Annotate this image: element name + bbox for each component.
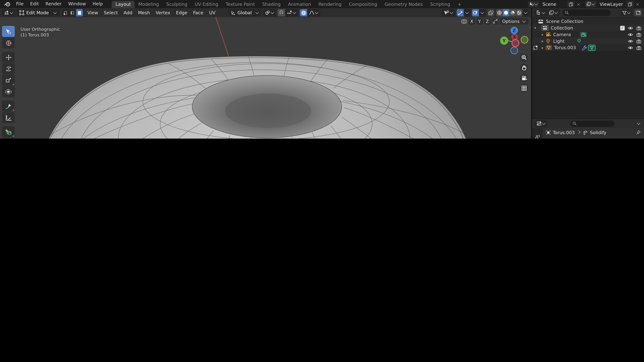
snap-toggle[interactable] — [278, 9, 285, 16]
viewlayer-remove-icon[interactable]: × — [634, 1, 642, 7]
scene-selector[interactable]: Scene × — [528, 1, 582, 7]
tool-scale[interactable] — [2, 75, 15, 86]
editor-type-button[interactable] — [2, 9, 15, 16]
menu-edge[interactable]: Edge — [173, 10, 190, 15]
menu-add[interactable]: Add — [121, 10, 135, 15]
outliner-filter-button[interactable] — [620, 9, 632, 16]
navigation-gizmo[interactable]: X Z Y — [500, 25, 530, 57]
face-select-mode[interactable] — [76, 9, 83, 16]
hide-eye-icon[interactable] — [628, 26, 634, 30]
tab-shading[interactable]: Shading — [259, 1, 284, 8]
tab-animation[interactable]: Animation — [284, 1, 315, 8]
menu-uv[interactable]: UV — [206, 10, 218, 15]
shading-solid-button[interactable] — [503, 9, 509, 16]
tool-cursor[interactable] — [2, 37, 15, 48]
menu-render[interactable]: Render — [42, 0, 65, 8]
hide-eye-icon[interactable] — [628, 39, 634, 43]
tab-layout[interactable]: Layout — [112, 1, 134, 8]
pin-icon[interactable] — [636, 130, 641, 135]
properties-editor-type-button[interactable] — [535, 120, 548, 127]
snap-settings-dropdown[interactable] — [285, 9, 298, 16]
mirror-z-button[interactable]: Z — [484, 18, 491, 25]
modifier-wrench-icon[interactable] — [582, 45, 587, 50]
tool-select-box[interactable] — [2, 26, 15, 37]
proportional-falloff-dropdown[interactable] — [307, 9, 320, 16]
outliner-row-camera[interactable]: ▸ Camera — [532, 31, 644, 38]
properties-search-input[interactable] — [570, 120, 614, 127]
tab-compositing[interactable]: Compositing — [345, 1, 381, 8]
breadcrumb-object[interactable]: Torus.003 — [553, 130, 575, 135]
blender-logo-icon[interactable] — [0, 1, 13, 6]
viewlayer-selector[interactable]: ViewLayer × — [585, 1, 642, 7]
overlays-dropdown[interactable] — [479, 9, 486, 16]
viewport-3d[interactable]: Edit Mode View Select Add Mesh Vertex Ed… — [0, 8, 531, 139]
tool-move[interactable] — [2, 52, 15, 63]
expand-triangle[interactable]: ▸ — [540, 39, 546, 43]
expand-triangle[interactable]: ▾ — [532, 26, 538, 30]
menu-file[interactable]: File — [13, 0, 27, 8]
collection-checkbox[interactable]: ✓ — [620, 26, 625, 30]
mesh-data-icon[interactable] — [588, 44, 596, 51]
menu-window[interactable]: Window — [65, 0, 89, 8]
pan-button[interactable] — [520, 64, 528, 72]
add-workspace-button[interactable]: + — [454, 1, 465, 8]
shading-rendered-button[interactable] — [516, 9, 522, 16]
menu-mesh[interactable]: Mesh — [135, 10, 153, 15]
hide-eye-icon[interactable] — [628, 45, 634, 50]
outliner-row-collection[interactable]: ▾ Collection ✓ — [532, 25, 644, 31]
mirror-y-button[interactable]: Y — [476, 18, 483, 25]
menu-help[interactable]: Help — [89, 0, 106, 8]
menu-vertex[interactable]: Vertex — [153, 10, 173, 15]
expand-triangle[interactable]: ▸ — [540, 33, 546, 36]
tab-sculpting[interactable]: Sculpting — [162, 1, 191, 8]
xray-toggle[interactable] — [487, 9, 494, 16]
new-collection-button[interactable] — [634, 9, 642, 16]
snap-base-button[interactable] — [492, 18, 498, 25]
tab-modeling[interactable]: Modeling — [134, 1, 162, 8]
options-dropdown[interactable]: Options — [500, 18, 528, 25]
outliner-row-torus[interactable]: ▸ Torus.003 — [532, 44, 644, 51]
outliner-display-mode-button[interactable] — [547, 9, 560, 16]
transform-orientation-dropdown[interactable]: Global — [228, 9, 262, 16]
scene-unlink-icon[interactable]: × — [574, 1, 582, 7]
camera-view-button[interactable] — [520, 74, 528, 82]
outliner-editor-type-button[interactable] — [534, 9, 547, 16]
tool-rotate[interactable] — [2, 63, 15, 74]
tab-rendering[interactable]: Rendering — [315, 1, 345, 8]
scene-copy-icon[interactable] — [567, 1, 574, 7]
tool-annotate[interactable] — [2, 100, 15, 112]
tool-add-cube[interactable] — [2, 126, 15, 138]
shading-wireframe-button[interactable] — [496, 9, 503, 16]
breadcrumb-modifier[interactable]: Solidify — [590, 130, 606, 135]
camera-data-icon[interactable] — [580, 32, 587, 37]
menu-edit[interactable]: Edit — [27, 0, 42, 8]
outliner-row-light[interactable]: ▸ Light — [532, 38, 644, 44]
edge-select-mode[interactable] — [69, 9, 76, 16]
tool-measure[interactable] — [2, 112, 15, 123]
disable-render-camera-icon[interactable] — [636, 32, 642, 37]
donut-mesh[interactable] — [0, 8, 531, 139]
menu-select[interactable]: Select — [101, 10, 120, 15]
tool-extrude-region[interactable] — [2, 138, 15, 139]
light-data-icon[interactable] — [577, 38, 582, 44]
tool-transform[interactable] — [2, 86, 15, 97]
show-overlays-toggle[interactable] — [472, 9, 479, 16]
outliner-search-input[interactable] — [562, 9, 611, 16]
menu-face[interactable]: Face — [190, 10, 206, 15]
menu-view[interactable]: View — [84, 10, 101, 15]
disable-render-camera-icon[interactable] — [636, 39, 642, 43]
mode-dropdown[interactable]: Edit Mode — [16, 9, 60, 16]
sidebar-collapse-arrow[interactable]: ‹ — [529, 25, 531, 29]
show-gizmo-toggle[interactable] — [457, 9, 464, 16]
tab-texture-paint[interactable]: Texture Paint — [222, 1, 258, 8]
tab-geometry-nodes[interactable]: Geometry Nodes — [381, 1, 426, 8]
zoom-button[interactable] — [520, 53, 528, 62]
tab-uv-editing[interactable]: UV Editing — [191, 1, 222, 8]
mirror-x-button[interactable]: X — [468, 18, 475, 25]
hide-eye-icon[interactable] — [628, 32, 634, 37]
disable-render-camera-icon[interactable] — [636, 26, 642, 30]
viewlayer-copy-icon[interactable] — [626, 1, 634, 7]
gizmo-dropdown[interactable] — [464, 9, 470, 16]
tab-scripting[interactable]: Scripting — [426, 1, 454, 8]
pivot-point-dropdown[interactable] — [263, 9, 276, 16]
